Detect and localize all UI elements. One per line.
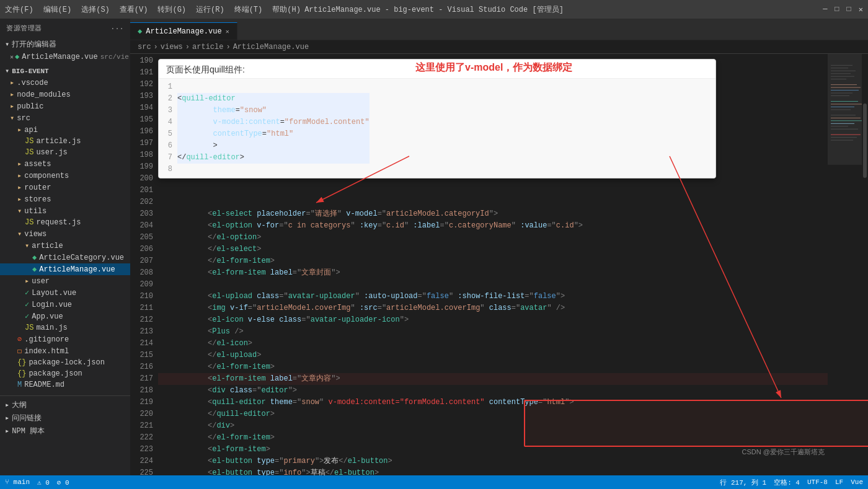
file-label: ArticleCategory.vue [39,253,124,262]
vue-tab-icon: ◆ [138,27,142,36]
sidebar-item-utils[interactable]: ▾ utils [0,205,130,217]
folder-icon: ▸ [25,276,29,286]
file-label: main.js [36,324,67,332]
code-line [158,55,828,67]
sidebar-item-views[interactable]: ▾ views [0,228,130,240]
menu-terminal[interactable]: 终端(T) [234,4,263,15]
vue-file-icon: ✓ [25,288,29,297]
window-controls[interactable]: ─ □ □ ✕ [823,5,863,14]
more-actions-icon[interactable]: ··· [111,25,124,32]
indentation[interactable]: 空格: 4 [774,478,800,487]
sidebar-item-article-manage-vue[interactable]: ◆ ArticleManage.vue [0,263,130,275]
json-file-icon: {} [17,358,26,367]
status-left: ⑂ main ⚠ 0 ⊘ 0 [5,478,69,487]
sidebar-item-src[interactable]: ▾ src [0,112,130,124]
sidebar-item-node-modules[interactable]: ▸ node_modules [0,89,130,100]
sidebar-item-app-vue[interactable]: ✓ App.vue [0,311,130,322]
file-label: user.js [36,148,67,157]
project-root[interactable]: ▾ BIG-EVENT [0,65,130,77]
encoding[interactable]: UTF-8 [807,478,828,486]
code-line: > [158,138,828,149]
sidebar-item-package-lock[interactable]: {} package-lock.json [0,357,130,368]
sidebar-item-user-folder[interactable]: ▸ user [0,275,130,287]
problem-links-section[interactable]: ▸ 问问链接 [0,412,130,425]
sidebar-item-gitignore[interactable]: ⊘ .gitignore [0,333,130,345]
code-line: <img v-if="articleModel.coverImg" :src="… [158,279,828,291]
sidebar-item-readme[interactable]: M README.md [0,379,130,390]
sidebar-item-api[interactable]: ▸ api [0,124,130,136]
code-line: <el-form-item> [158,420,828,432]
file-label: README.md [24,381,64,389]
menu-help[interactable]: 帮助(H) [272,4,301,15]
sidebar-item-package-json[interactable]: {} package.json [0,368,130,379]
sidebar-item-article-folder[interactable]: ▾ article [0,240,130,252]
tab-close-icon[interactable]: ✕ [226,28,229,35]
minimize-button[interactable]: ─ [823,5,827,14]
project-name: BIG-EVENT [12,68,48,75]
tab-article-manage[interactable]: ◆ ArticleManage.vue ✕ [130,22,237,40]
folder-icon: ▾ [17,206,22,216]
file-label: App.vue [32,312,63,321]
file-label: article.js [36,137,81,146]
sidebar-item-layout-vue[interactable]: ✓ Layout.vue [0,287,130,299]
sidebar-item-router[interactable]: ▸ router [0,182,130,193]
file-label: ArticleManage.vue [39,265,115,274]
sidebar-item-request-js[interactable]: JS request.js [0,217,130,228]
folder-label: router [24,183,51,192]
file-label: index.html [24,347,69,356]
sidebar-item-components[interactable]: ▸ components [0,170,130,182]
md-file-icon: M [17,381,22,389]
menu-edit[interactable]: 编辑(E) [43,4,72,15]
sidebar-item-vscode[interactable]: ▸ .vscode [0,77,130,89]
svg-rect-25 [828,54,862,165]
folder-label: assets [24,160,51,169]
problem-links-label: 问问链接 [12,413,42,423]
language-mode[interactable]: Vue [851,478,863,486]
open-file-articlemanage[interactable]: ✕ ◆ ArticleManage.vue src/vie... [0,51,130,63]
breadcrumb-sep: › [185,43,190,51]
line-endings[interactable]: LF [835,478,843,486]
menu-run[interactable]: 运行(R) [196,4,224,15]
sidebar-item-public[interactable]: ▸ public [0,100,130,112]
sidebar-item-article-category-vue[interactable]: ◆ ArticleCategory.vue [0,252,130,263]
breadcrumb-views: views [161,43,183,51]
folder-icon: ▸ [10,102,14,111]
close-tab-icon[interactable]: ✕ [10,53,14,61]
sidebar-item-article-js[interactable]: JS article.js [0,136,130,147]
scrollbar-thumb[interactable] [863,104,867,178]
sidebar-item-main-js[interactable]: JS main.js [0,322,130,333]
open-editors-header[interactable]: ▾ 打开的编辑器 [0,38,130,51]
outline-section[interactable]: ▸ 大纲 [0,399,130,412]
warnings-count[interactable]: ⊘ 0 [57,478,69,487]
menu-view[interactable]: 查看(V) [120,4,148,15]
sidebar-item-user-js[interactable]: JS user.js [0,147,130,158]
sidebar-item-stores[interactable]: ▸ stores [0,193,130,205]
menu-goto[interactable]: 转到(G) [157,4,186,15]
menu-select[interactable]: 选择(S) [81,4,110,15]
folder-icon: ▸ [10,90,14,99]
restore-button[interactable]: □ [835,5,839,14]
folder-label: article [32,242,63,250]
menu-bar[interactable]: 文件(F) 编辑(E) 选择(S) 查看(V) 转到(G) 运行(R) 终端(T… [5,4,301,15]
vue-file-icon: ✓ [25,300,29,309]
vertical-scrollbar[interactable] [862,54,868,475]
errors-count[interactable]: ⚠ 0 [37,478,50,487]
sidebar-item-login-vue[interactable]: ✓ Login.vue [0,299,130,311]
folder-label: src [17,114,30,123]
cursor-position[interactable]: 行 217, 列 1 [720,478,766,487]
chevron-right-icon: ▸ [5,413,9,423]
close-button[interactable]: ✕ [859,5,863,14]
html-file-icon: ◻ [17,346,22,356]
layout-split-button[interactable]: □ [847,5,851,14]
git-branch[interactable]: ⑂ main [5,478,30,486]
menu-file[interactable]: 文件(F) [5,4,33,15]
code-content[interactable]: <quill-editor theme="snow" v-model:conte… [158,54,828,475]
titlebar: 文件(F) 编辑(E) 选择(S) 查看(V) 转到(G) 运行(R) 终端(T… [0,0,868,19]
breadcrumb: src › views › article › ArticleManage.vu… [130,40,868,54]
open-file-name: ArticleManage.vue [22,53,97,61]
sidebar-item-index-html[interactable]: ◻ index.html [0,345,130,357]
npm-scripts-section[interactable]: ▸ NPM 脚本 [0,425,130,438]
sidebar-item-assets[interactable]: ▸ assets [0,158,130,170]
folder-label: components [24,172,69,180]
folder-open-icon: ▾ [25,241,29,250]
